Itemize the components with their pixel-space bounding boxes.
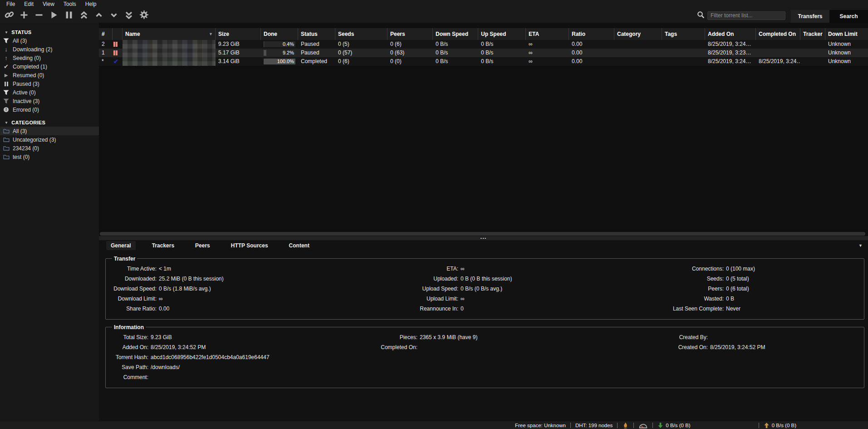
sidebar-item-inactive[interactable]: Inactive (3) xyxy=(0,97,99,105)
menu-edit[interactable]: Edit xyxy=(20,0,38,8)
torrent-row[interactable]: 1 5.17 GiB 9.2% Paused 0 (57) 0 (63) 0 B… xyxy=(99,49,868,57)
filter-area xyxy=(697,11,785,20)
column-header-done[interactable]: Done xyxy=(261,28,298,40)
category-234234[interactable]: 234234 (0) xyxy=(0,144,99,153)
sidebar-item-active[interactable]: Active (0) xyxy=(0,88,99,97)
play-icon: ▶ xyxy=(3,72,10,78)
tab-http-sources[interactable]: HTTP Sources xyxy=(226,241,273,250)
delete-torrent-button[interactable] xyxy=(34,10,44,21)
category-uncategorized[interactable]: Uncategorized (3) xyxy=(0,135,99,144)
download-speed-indicator: 0 B/s (0 B) xyxy=(657,422,690,429)
category-all[interactable]: All (3) xyxy=(0,127,99,135)
column-header-down-limit[interactable]: Down Limit xyxy=(825,28,868,40)
filter-icon xyxy=(3,90,10,95)
decrease-priority-button[interactable] xyxy=(108,10,119,21)
column-header-down-speed[interactable]: Down Speed xyxy=(433,28,478,40)
column-header-ratio[interactable]: Ratio xyxy=(569,28,614,40)
censored-torrent-name xyxy=(123,40,216,49)
categories-section-header[interactable]: ▼CATEGORIES xyxy=(0,118,99,127)
column-header-added-on[interactable]: Added On xyxy=(705,28,756,40)
resume-button[interactable] xyxy=(49,10,59,21)
filter-icon xyxy=(3,38,10,44)
sidebar-item-paused[interactable]: Paused (3) xyxy=(0,79,99,88)
tab-search[interactable]: Search xyxy=(829,10,868,23)
panel-splitter[interactable]: ... xyxy=(99,236,868,240)
sidebar-item-downloading[interactable]: ↓Downloading (2) xyxy=(0,45,99,54)
column-header-size[interactable]: Size xyxy=(216,28,261,40)
column-header-eta[interactable]: ETA xyxy=(526,28,569,40)
torrent-row[interactable]: 2 9.23 GiB 0.4% Paused 0 (5) 0 (6) 0 B/s… xyxy=(99,40,868,49)
status-section-header[interactable]: ▼STATUS xyxy=(0,28,99,36)
torrent-name-cell xyxy=(123,40,216,49)
detail-tabbar: General Trackers Peers HTTP Sources Cont… xyxy=(99,240,868,251)
progress-bar: 100.0% xyxy=(264,59,295,64)
sidebar-item-resumed[interactable]: ▶Resumed (0) xyxy=(0,71,99,79)
general-tab-panel: Transfer Time Active:< 1m Downloaded:25.… xyxy=(99,251,868,421)
column-header-tracker[interactable]: Tracker xyxy=(800,28,825,40)
column-header-number[interactable]: # xyxy=(99,28,113,40)
increase-priority-button[interactable] xyxy=(93,10,104,21)
tab-transfers[interactable]: Transfers xyxy=(791,10,829,23)
folder-icon xyxy=(3,137,10,142)
column-header-tags[interactable]: Tags xyxy=(662,28,705,40)
column-header-up-speed[interactable]: Up Speed xyxy=(478,28,526,40)
toolbar: Transfers Search xyxy=(0,8,868,23)
transfer-legend: Transfer xyxy=(112,256,137,262)
alt-speed-limits-toggle[interactable] xyxy=(638,422,648,429)
add-torrent-link-icon xyxy=(5,10,14,21)
sidebar-item-errored[interactable]: !Errored (0) xyxy=(0,105,99,114)
tab-trackers[interactable]: Trackers xyxy=(147,241,179,250)
column-header-category[interactable]: Category xyxy=(614,28,662,40)
column-header-status[interactable]: Status xyxy=(298,28,335,40)
double-chevron-up-icon xyxy=(79,10,88,21)
upload-speed-indicator: 0 B/s (0 B) xyxy=(764,422,796,429)
column-header-completed-on[interactable]: Completed On xyxy=(756,28,800,40)
pause-icon xyxy=(64,10,74,21)
separator xyxy=(570,423,571,428)
column-header-seeds[interactable]: Seeds xyxy=(335,28,387,40)
sidebar-item-all[interactable]: All (3) xyxy=(0,36,99,45)
filter-dim-icon xyxy=(3,99,10,104)
torrent-filter-input[interactable] xyxy=(707,11,785,20)
bottom-priority-button[interactable] xyxy=(123,10,134,21)
pause-button[interactable] xyxy=(64,10,74,21)
sidebar: ▼STATUS All (3) ↓Downloading (2) ↑Seedin… xyxy=(0,23,99,421)
category-test[interactable]: test (0) xyxy=(0,153,99,161)
folder-icon xyxy=(3,154,10,159)
sidebar-item-completed[interactable]: ✔Completed (1) xyxy=(0,62,99,71)
options-button[interactable] xyxy=(138,10,149,21)
separator xyxy=(617,423,618,428)
check-icon: ✔ xyxy=(3,64,10,69)
minus-icon xyxy=(34,10,44,21)
tab-content[interactable]: Content xyxy=(284,241,314,250)
column-header-name[interactable]: Name▼ xyxy=(123,28,216,40)
tab-peers[interactable]: Peers xyxy=(191,241,215,250)
column-header-state[interactable] xyxy=(113,28,123,40)
menu-view[interactable]: View xyxy=(38,0,59,8)
torrent-row[interactable]: * ✔ 3.14 GiB 100.0% Completed 0 (6) 0 (0… xyxy=(99,57,868,66)
main-area: ▼STATUS All (3) ↓Downloading (2) ↑Seedin… xyxy=(0,23,868,421)
collapse-panel-icon[interactable]: ▼ xyxy=(858,243,863,248)
top-priority-button[interactable] xyxy=(78,10,89,21)
done-cell: 0.4% xyxy=(261,40,298,49)
menu-help[interactable]: Help xyxy=(81,0,101,8)
tab-general[interactable]: General xyxy=(106,241,136,250)
completed-state-icon: ✔ xyxy=(113,57,123,66)
progress-bar: 9.2% xyxy=(264,50,295,56)
add-torrent-link-button[interactable] xyxy=(4,10,15,21)
upload-arrow-icon: ↑ xyxy=(3,55,10,61)
column-header-peers[interactable]: Peers xyxy=(387,28,433,40)
search-icon xyxy=(697,11,705,20)
down-arrow-icon xyxy=(657,422,663,429)
censored-torrent-name xyxy=(123,57,216,66)
paused-state-icon xyxy=(113,40,123,49)
chevron-down-icon: ▼ xyxy=(5,121,8,125)
chevron-up-icon xyxy=(94,10,103,21)
sidebar-item-seeding[interactable]: ↑Seeding (0) xyxy=(0,54,99,62)
menu-file[interactable]: File xyxy=(2,0,20,8)
transfer-fieldset: Transfer Time Active:< 1m Downloaded:25.… xyxy=(105,256,864,320)
separator xyxy=(633,423,634,428)
add-torrent-file-button[interactable] xyxy=(19,10,29,21)
menu-tools[interactable]: Tools xyxy=(59,0,81,8)
free-space-status: Free space: Unknown xyxy=(515,423,566,428)
